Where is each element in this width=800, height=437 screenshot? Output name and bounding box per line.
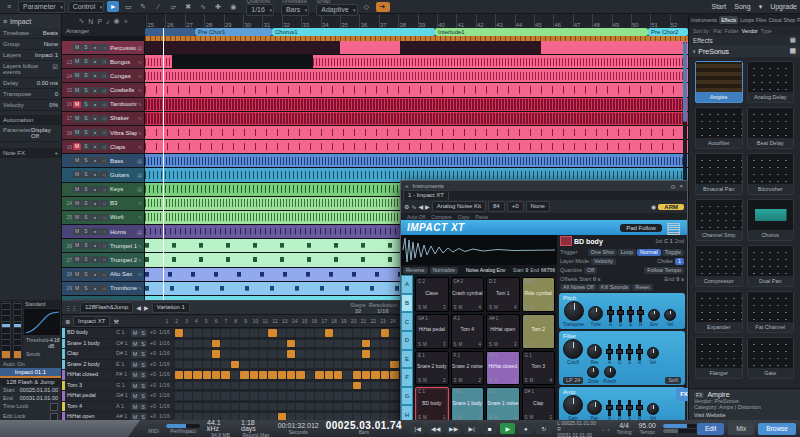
step-cell[interactable] bbox=[325, 403, 333, 411]
trigger-mode-button[interactable]: Toggle bbox=[662, 249, 684, 256]
step-cell[interactable] bbox=[240, 382, 248, 390]
breadcrumb[interactable]: ‹PreSonus▦ bbox=[689, 45, 800, 57]
step-cell[interactable] bbox=[353, 329, 361, 337]
drum-pad[interactable]: E 1 Snare 2 body SM2 bbox=[415, 351, 449, 386]
layer-mode-dropdown[interactable]: Velocity bbox=[591, 258, 616, 265]
pad-solo[interactable]: S bbox=[454, 378, 457, 383]
inspector-field[interactable]: Layers follow events☑ bbox=[0, 61, 61, 78]
close-icon[interactable]: × bbox=[679, 183, 683, 189]
monitor-button[interactable]: ◁ bbox=[100, 186, 108, 193]
mute-button[interactable]: M bbox=[73, 256, 81, 263]
step-cell[interactable] bbox=[240, 371, 248, 379]
monitor-button[interactable]: ◁ bbox=[100, 214, 108, 221]
step-cell[interactable] bbox=[315, 382, 323, 390]
step-cell[interactable] bbox=[296, 350, 304, 358]
reverse-button[interactable]: Reverse bbox=[403, 267, 428, 274]
row-mute-button[interactable]: M bbox=[131, 382, 139, 390]
step-cell[interactable] bbox=[240, 329, 248, 337]
step-cell[interactable] bbox=[221, 350, 229, 358]
mute-button[interactable]: M bbox=[73, 285, 81, 292]
step-cell[interactable] bbox=[268, 350, 276, 358]
step-cell[interactable] bbox=[362, 329, 370, 337]
track-lane[interactable] bbox=[145, 112, 688, 125]
step-cell[interactable] bbox=[343, 340, 351, 348]
row-resolution[interactable]: 1/16 bbox=[159, 370, 173, 380]
solo-button[interactable]: S bbox=[82, 285, 90, 292]
pattern-row-note[interactable]: G 1 bbox=[116, 381, 131, 391]
monitor-button[interactable]: ◁ bbox=[100, 228, 108, 235]
step-cell[interactable] bbox=[231, 403, 239, 411]
event-name[interactable]: 128 Flash & Jump bbox=[0, 378, 61, 386]
record-arm-button[interactable]: ● bbox=[91, 171, 99, 178]
sample-start-value[interactable]: 0 bbox=[525, 267, 528, 273]
pattern-row-name[interactable]: HiHat closed bbox=[65, 370, 116, 380]
step-cell[interactable] bbox=[371, 340, 379, 348]
pad-mute[interactable]: M bbox=[530, 342, 534, 347]
track-header[interactable]: M S ● ◁ Bass ▤ bbox=[62, 154, 145, 167]
step-cell[interactable] bbox=[381, 361, 389, 369]
record-arm-button[interactable]: ● bbox=[91, 101, 99, 108]
track-header[interactable]: 16 M S ● ◁ Tambourine ∿ bbox=[62, 98, 145, 111]
browser-tab[interactable]: Instruments bbox=[691, 17, 717, 23]
step-cell[interactable] bbox=[231, 392, 239, 400]
pad-solo[interactable]: S bbox=[418, 378, 421, 383]
pattern-row[interactable]: Clap D# 1 M S +0 1/16 bbox=[62, 349, 400, 360]
track-header[interactable]: 17 M S ● ◁ Shaker ∿ bbox=[62, 112, 145, 125]
pattern-row[interactable]: Snare 2 body E 1 M S +0 1/16 bbox=[62, 360, 400, 371]
record-icon[interactable]: ◉ bbox=[651, 203, 656, 210]
step-cell[interactable] bbox=[306, 350, 314, 358]
record-arm-button[interactable]: ● bbox=[91, 186, 99, 193]
step-cell[interactable] bbox=[184, 392, 192, 400]
list-view-icon[interactable]: ≣ bbox=[65, 318, 70, 325]
row-solo-button[interactable]: S bbox=[139, 403, 147, 411]
step-cell[interactable] bbox=[334, 340, 342, 348]
step-cell[interactable] bbox=[268, 392, 276, 400]
step-cell[interactable] bbox=[175, 361, 183, 369]
step-cell[interactable] bbox=[390, 392, 398, 400]
pad-mute[interactable]: M bbox=[423, 305, 427, 310]
drum-pad[interactable]: G 1 Tom 3 SM4 bbox=[522, 351, 556, 386]
step-cell[interactable] bbox=[343, 361, 351, 369]
field-value[interactable]: 0 bbox=[55, 91, 58, 97]
paint-tool-icon[interactable]: ✚ bbox=[212, 1, 224, 12]
pattern-row-note[interactable]: C# 1 bbox=[116, 339, 131, 349]
pad-solo[interactable]: S bbox=[454, 342, 457, 347]
sort-option[interactable]: Type bbox=[761, 28, 772, 34]
drum-pad[interactable]: D# 1 Clap SM2 bbox=[522, 387, 556, 422]
inspector-header[interactable]: ≡ Impact bbox=[0, 14, 62, 28]
step-cells[interactable] bbox=[173, 391, 400, 401]
step-cell[interactable] bbox=[325, 392, 333, 400]
step-cell[interactable] bbox=[184, 371, 192, 379]
mute-button[interactable]: M bbox=[73, 157, 81, 164]
step-cell[interactable] bbox=[221, 403, 229, 411]
step-cell[interactable] bbox=[278, 403, 286, 411]
pattern-row-name[interactable]: Clap bbox=[65, 349, 116, 359]
solo-button[interactable]: S bbox=[82, 271, 90, 278]
cutoff-knob[interactable] bbox=[563, 339, 583, 359]
pad-mute[interactable]: M bbox=[423, 378, 427, 383]
pencil-tool-icon[interactable]: ✎ bbox=[137, 1, 149, 12]
track-lane[interactable] bbox=[145, 126, 688, 139]
track-header[interactable]: 28 M S ● ◁ Alto Sax ∿ bbox=[62, 268, 145, 281]
step-cell[interactable] bbox=[278, 392, 286, 400]
drag-handle-icon[interactable]: ⋮⋮ bbox=[65, 304, 77, 311]
transport-button[interactable]: ● bbox=[518, 423, 533, 434]
step-cell[interactable] bbox=[381, 350, 389, 358]
track-row[interactable]: 16 M S ● ◁ Tambourine ∿ bbox=[62, 98, 688, 112]
arm-button[interactable]: ARM bbox=[658, 204, 684, 210]
step-cell[interactable] bbox=[390, 382, 398, 390]
mute-button[interactable]: M bbox=[73, 143, 81, 150]
record-arm-button[interactable]: ● bbox=[91, 256, 99, 263]
row-solo-button[interactable]: S bbox=[139, 329, 147, 337]
channel-fader[interactable] bbox=[13, 301, 23, 359]
transport-button[interactable]: ▶| bbox=[464, 423, 479, 434]
step-cell[interactable] bbox=[193, 350, 201, 358]
pad-bank-button[interactable]: F bbox=[401, 368, 413, 387]
step-cell[interactable] bbox=[381, 392, 389, 400]
mute-button[interactable]: M bbox=[73, 242, 81, 249]
step-cell[interactable] bbox=[221, 361, 229, 369]
monitor-button[interactable]: ◁ bbox=[100, 200, 108, 207]
track-row[interactable]: 14 M S ● ◁ Congas ∿ bbox=[62, 69, 688, 83]
pad-solo[interactable]: S bbox=[525, 378, 528, 383]
step-cell[interactable] bbox=[240, 350, 248, 358]
